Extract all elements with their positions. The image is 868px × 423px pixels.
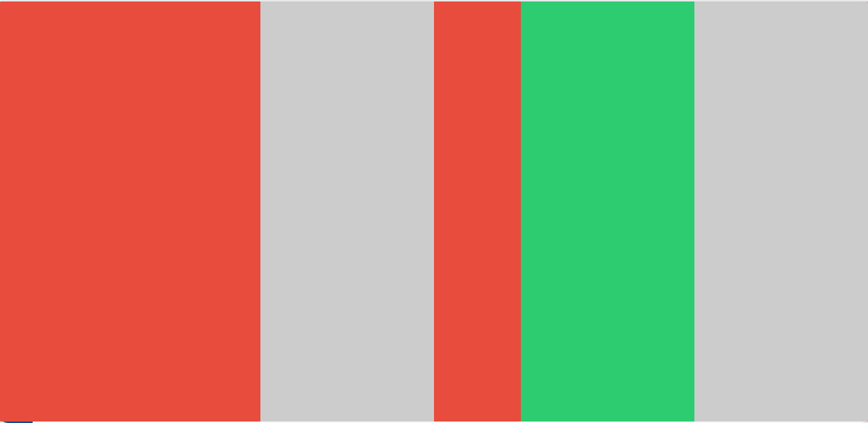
content-area: 30m 3h 12h 1 Day 7d 30d 90d Quality Defi… [33, 57, 868, 423]
main-content: Agents Manage Templates Create A [33, 21, 868, 423]
app-window: Agents Manage Templates Create A [0, 0, 868, 423]
table-body: ▶ 2 Jess A [45, 292, 855, 414]
table-scroll[interactable]: Agent Live Status Machine Name Connectio… [45, 272, 855, 413]
agents-table: Agent Live Status Machine Name Connectio… [45, 272, 855, 413]
table-section: 175 Agents / 188 Targets Online Agents [45, 239, 856, 414]
app-body: Agents Manage Templates Create A [0, 21, 868, 423]
